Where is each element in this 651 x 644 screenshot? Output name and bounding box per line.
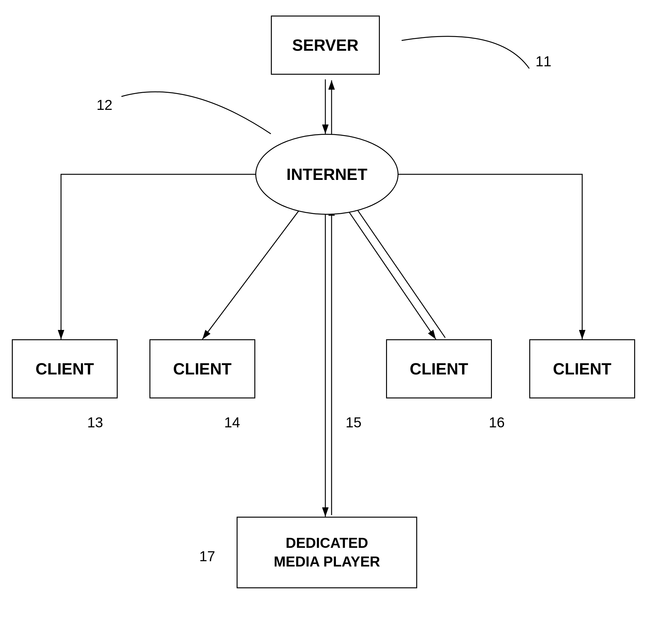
media-player-box: DEDICATEDMEDIA PLAYER	[237, 517, 417, 588]
diagram: SERVER INTERNET CLIENT CLIENT CLIENT CLI…	[0, 0, 651, 644]
ref-13: 13	[87, 414, 103, 431]
svg-line-6	[352, 202, 445, 338]
internet-label: INTERNET	[286, 165, 367, 184]
server-label: SERVER	[292, 36, 359, 55]
client2-box: CLIENT	[150, 339, 255, 398]
ref-14: 14	[224, 414, 240, 431]
client1-box: CLIENT	[12, 339, 118, 398]
client2-label: CLIENT	[173, 359, 231, 378]
client1-label: CLIENT	[35, 359, 94, 378]
internet-ellipse: INTERNET	[255, 134, 399, 215]
ref-12: 12	[96, 96, 113, 113]
client3-label: CLIENT	[410, 359, 468, 378]
svg-line-4	[203, 202, 305, 339]
ref-16: 16	[489, 414, 505, 431]
ref-11: 11	[535, 53, 551, 70]
ref-15: 15	[346, 414, 362, 431]
client4-box: CLIENT	[529, 339, 635, 398]
ref-17: 17	[199, 548, 215, 565]
client4-label: CLIENT	[553, 359, 612, 378]
client3-box: CLIENT	[386, 339, 492, 398]
media-player-label: DEDICATEDMEDIA PLAYER	[274, 534, 380, 571]
server-box: SERVER	[271, 15, 380, 75]
svg-line-5	[342, 202, 436, 339]
